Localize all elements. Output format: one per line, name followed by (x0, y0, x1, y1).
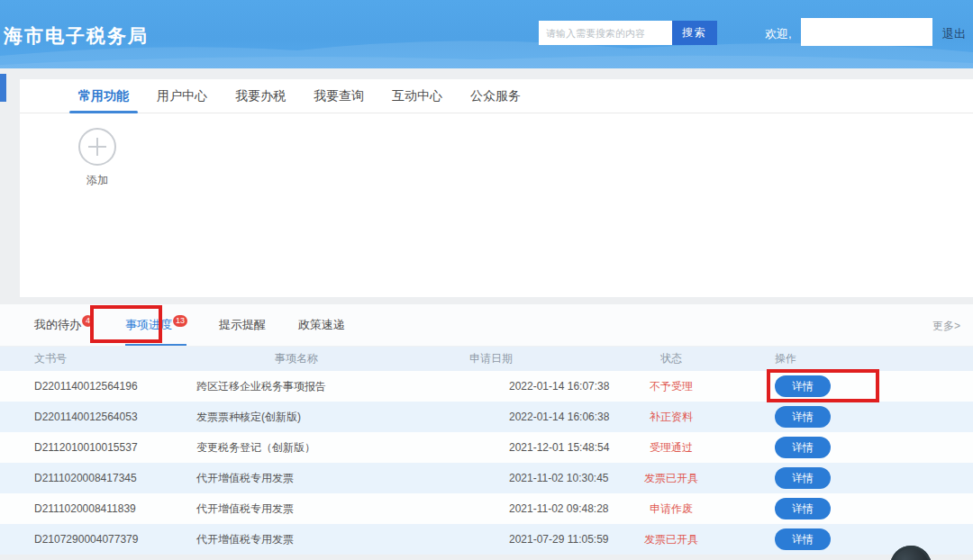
doc-no: D2201140012564053 (0, 411, 196, 423)
welcome-label: 欢迎, (765, 26, 792, 42)
apply-date: 2022-01-14 16:06:38 (423, 411, 631, 423)
table-row: D2107290004077379 代开增值税专用发票 2021-07-29 1… (0, 524, 973, 555)
tab-my-todo[interactable]: 我的待办4 (34, 317, 93, 333)
apply-date: 2021-11-02 10:30:45 (423, 472, 631, 484)
tab-my-todo-label: 我的待办 (34, 318, 81, 331)
detail-button[interactable]: 详情 (775, 406, 831, 428)
doc-no: D2111020008411839 (0, 502, 196, 515)
main-card: 常用功能 用户中心 我要办税 我要查询 互动中心 公众服务 添加 (20, 79, 973, 297)
header-search: 搜索 (539, 21, 717, 45)
tab-interaction-center[interactable]: 互动中心 (390, 79, 444, 113)
table-row: D2111020008411839 代开增值税专用发票 2021-11-02 0… (0, 493, 973, 524)
status-text: 补正资料 (631, 410, 712, 425)
left-edge-blue-stub (0, 74, 6, 102)
status-text: 发票已开具 (631, 471, 712, 486)
apply-date: 2021-11-02 09:48:28 (423, 502, 631, 515)
apply-date: 2022-01-14 16:07:38 (423, 380, 631, 393)
table-row: D2201140012564053 发票票种核定(创新版) 2022-01-14… (0, 402, 973, 432)
tab-reminders[interactable]: 提示提醒 (219, 317, 266, 333)
detail-button[interactable]: 详情 (775, 437, 831, 458)
doc-no: D2111020008417345 (0, 472, 196, 484)
tab-matter-progress-label: 事项进度 (125, 318, 172, 331)
primary-nav-tabs: 常用功能 用户中心 我要办税 我要查询 互动中心 公众服务 (20, 79, 973, 113)
tab-inquiry[interactable]: 我要查询 (312, 79, 366, 113)
matter-name: 跨区迁移企业税务事项报告 (196, 379, 423, 394)
matter-name: 变更税务登记（创新版） (196, 440, 423, 456)
doc-no: D2201140012564196 (0, 380, 196, 393)
tab-user-center[interactable]: 用户中心 (155, 79, 209, 113)
app-header: 海市电子税务局 搜索 欢迎, 退出 (0, 0, 973, 68)
doc-no: D2107290004077379 (0, 533, 196, 546)
tab-tax-handling[interactable]: 我要办税 (233, 79, 287, 113)
todo-count-badge: 4 (82, 315, 94, 327)
apply-date: 2021-07-29 11:05:59 (423, 533, 631, 546)
table-row: D2201140012564196 跨区迁移企业税务事项报告 2022-01-1… (0, 371, 973, 402)
tab-reminders-label: 提示提醒 (219, 318, 266, 331)
tab-public-service[interactable]: 公众服务 (468, 79, 523, 113)
col-apply-date: 申请日期 (423, 351, 631, 366)
status-text: 不予受理 (631, 379, 712, 394)
col-status: 状态 (631, 351, 712, 366)
col-action: 操作 (712, 351, 973, 366)
matter-name: 代开增值税专用发票 (196, 532, 423, 547)
matter-name: 代开增值税专用发票 (196, 501, 423, 517)
tab-common-functions[interactable]: 常用功能 (77, 79, 131, 113)
detail-button[interactable]: 详情 (775, 528, 831, 550)
common-functions-content: 添加 (20, 113, 973, 296)
site-title: 海市电子税务局 (4, 23, 149, 49)
panel-tabs: 我的待办4 事项进度13 提示提醒 政策速递 更多> (0, 304, 973, 347)
detail-button[interactable]: 详情 (775, 498, 831, 519)
more-link[interactable]: 更多> (932, 319, 960, 334)
status-text: 申请作废 (631, 501, 712, 517)
col-matter-name: 事项名称 (196, 351, 423, 366)
status-text: 受理通过 (631, 440, 712, 456)
doc-no: D2112010010015537 (0, 441, 196, 454)
add-label: 添加 (77, 173, 118, 188)
tab-matter-progress[interactable]: 事项进度13 (125, 317, 186, 333)
apply-date: 2021-12-01 15:48:54 (423, 441, 631, 454)
tab-policy-express[interactable]: 政策速递 (298, 317, 345, 333)
search-button[interactable]: 搜索 (672, 21, 717, 45)
add-shortcut-button[interactable]: 添加 (77, 128, 118, 188)
table-row: D2111020008417345 代开增值税专用发票 2021-11-02 1… (0, 463, 973, 493)
matter-name: 代开增值税专用发票 (196, 471, 423, 486)
table-header-row: 文书号 事项名称 申请日期 状态 操作 (0, 347, 973, 371)
tab-policy-express-label: 政策速递 (298, 318, 345, 331)
matter-name: 发票票种核定(创新版) (196, 410, 423, 425)
logout-link[interactable]: 退出 (942, 26, 966, 42)
detail-button[interactable]: 详情 (775, 467, 831, 489)
progress-count-badge: 13 (173, 315, 187, 327)
table-row: D2112010010015537 变更税务登记（创新版） 2021-12-01… (0, 432, 973, 463)
plus-icon (78, 128, 116, 166)
search-input[interactable] (539, 21, 672, 45)
col-doc-no: 文书号 (0, 351, 196, 366)
detail-button[interactable]: 详情 (775, 375, 831, 397)
progress-panel: 我的待办4 事项进度13 提示提醒 政策速递 更多> 文书号 事项名称 申请日期… (0, 304, 973, 555)
status-text: 发票已开具 (631, 532, 712, 547)
username-redacted-box (801, 18, 932, 46)
